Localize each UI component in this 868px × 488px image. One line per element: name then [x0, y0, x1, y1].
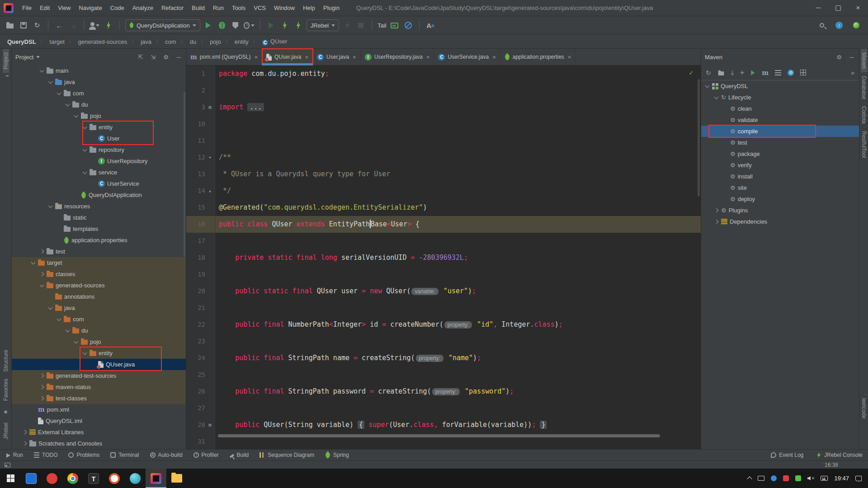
commit-icon[interactable]: [90, 20, 100, 31]
tree-chevron-icon[interactable]: [23, 430, 27, 435]
search-everywhere-icon[interactable]: [816, 20, 827, 31]
tree-chevron-icon[interactable]: [57, 316, 61, 321]
stripe-button-run[interactable]: Run: [5, 452, 23, 458]
tab-close-icon[interactable]: ×: [353, 54, 356, 61]
jrebel-run-icon[interactable]: [279, 20, 290, 31]
tree-item-userrepository[interactable]: IUserRepository: [12, 155, 186, 167]
maven-download-icon[interactable]: ⤓: [731, 69, 734, 76]
taskbar-app-teal-icon[interactable]: [125, 469, 146, 488]
breadcrumb-item[interactable]: entity: [234, 38, 250, 45]
editor-horizontal-scrollbar[interactable]: [218, 434, 660, 437]
maven-chevron-icon[interactable]: [705, 83, 710, 88]
menu-file[interactable]: File: [18, 0, 36, 16]
maven-item-deploy[interactable]: ⚙deploy: [701, 193, 859, 205]
jrebel-enable-icon[interactable]: [103, 20, 114, 31]
sidebar-tab-project[interactable]: Project: [3, 49, 9, 73]
jrebel-select[interactable]: JRebel: [307, 19, 339, 31]
sidebar-tab-favorites[interactable]: Favorites: [3, 375, 9, 404]
block-icon[interactable]: [403, 20, 414, 31]
code-editor[interactable]: 1package com.du.pojo.entity;23⊞import ..…: [186, 66, 701, 449]
stripe-button-build[interactable]: Build: [230, 452, 249, 458]
tree-item-querydsl-iml[interactable]: QueryDSL.iml: [12, 415, 186, 427]
tree-item-target[interactable]: target: [12, 257, 186, 268]
breadcrumb-item[interactable]: generated-sources: [77, 38, 128, 45]
tray-red-app-icon[interactable]: [783, 475, 789, 481]
sidebar-tab-maven[interactable]: Maven: [861, 49, 867, 72]
tab-close-icon[interactable]: ×: [426, 54, 430, 61]
tab-close-icon[interactable]: ×: [305, 54, 308, 61]
attach-disabled-icon[interactable]: [342, 20, 353, 31]
editor-vertical-scrollbar[interactable]: [698, 79, 700, 197]
expand-all-icon[interactable]: ⇱: [137, 53, 144, 61]
taskbar-app-idea-icon[interactable]: [146, 469, 166, 488]
tree-item-static[interactable]: static: [12, 212, 186, 223]
open-icon[interactable]: [5, 20, 15, 31]
tree-item-annotations[interactable]: annotations: [12, 291, 186, 302]
tree-item-com[interactable]: com: [12, 88, 186, 99]
sidebar-tab-database[interactable]: Database: [861, 72, 867, 103]
tree-item-entity[interactable]: entity: [12, 347, 186, 359]
tree-chevron-icon[interactable]: [83, 169, 87, 174]
maven-item-validate[interactable]: ⚙validate: [701, 114, 859, 126]
run-configuration-select[interactable]: QueryDslApplication: [125, 19, 200, 31]
stripe-button-todo[interactable]: TODO: [34, 452, 57, 458]
tree-chevron-icon[interactable]: [57, 90, 61, 95]
tray-volume-muted-icon[interactable]: ×: [807, 476, 815, 481]
save-all-icon[interactable]: [18, 20, 29, 31]
tree-item-templates[interactable]: templates: [12, 223, 186, 235]
stripe-button-event-log[interactable]: Event Log: [771, 452, 803, 458]
tree-item-main[interactable]: main: [12, 65, 186, 76]
maven-item-plugins[interactable]: ⚙Plugins: [701, 205, 859, 216]
taskbar-app-explorer-icon[interactable]: [166, 469, 187, 488]
tree-item-entity[interactable]: entity: [12, 122, 186, 133]
editor-tab-pom-xml-querydsl-[interactable]: mpom.xml (QueryDSL)×: [186, 49, 262, 65]
maven-add-icon[interactable]: +: [740, 69, 744, 77]
menu-plugin[interactable]: Plugin: [319, 0, 344, 16]
close-button[interactable]: ×: [848, 0, 868, 16]
maven-item-verify[interactable]: ⚙verify: [701, 160, 859, 171]
tree-item-classes[interactable]: classes: [12, 268, 186, 280]
tree-item-com[interactable]: com: [12, 314, 186, 325]
tree-item-pom-xml[interactable]: mpom.xml: [12, 404, 186, 415]
maven-dependencies-icon[interactable]: [800, 70, 806, 75]
maven-run-icon[interactable]: [750, 70, 755, 76]
stripe-button-auto-build[interactable]: AAuto-build: [150, 452, 183, 458]
tree-chevron-icon[interactable]: [66, 102, 70, 106]
tab-close-icon[interactable]: ×: [568, 54, 571, 61]
editor-tab-user-java[interactable]: CUser.java×: [313, 49, 361, 65]
start-button[interactable]: [0, 469, 21, 488]
menu-build[interactable]: Build: [188, 0, 209, 16]
hide-panel-icon[interactable]: ─: [175, 53, 182, 61]
toolwindow-switcher-icon[interactable]: [5, 463, 10, 467]
sidebar-tab-restfultool[interactable]: RestfulTool: [861, 127, 867, 161]
tree-chevron-icon[interactable]: [48, 79, 53, 84]
tree-item-java[interactable]: java: [12, 76, 186, 88]
maven-hide-icon[interactable]: ─: [848, 53, 855, 61]
breadcrumb-item[interactable]: du: [189, 38, 197, 45]
tree-chevron-icon[interactable]: [31, 260, 36, 264]
tree-item-java[interactable]: java: [12, 302, 186, 314]
tree-chevron-icon[interactable]: [40, 272, 44, 277]
sync-icon[interactable]: ↻: [32, 20, 42, 31]
tree-item-pojo[interactable]: pojo: [12, 110, 186, 122]
tree-item-user[interactable]: CUser: [12, 133, 186, 144]
tree-chevron-icon[interactable]: [48, 305, 53, 310]
sidebar-tab-jrebel[interactable]: JRebel: [3, 419, 9, 443]
tree-chevron-icon[interactable]: [83, 147, 87, 151]
tree-chevron-icon[interactable]: [40, 396, 44, 401]
sidebar-tab-structure[interactable]: Structure: [3, 346, 9, 375]
stop-icon[interactable]: [355, 20, 366, 31]
maven-chevron-icon[interactable]: [714, 94, 719, 99]
back-icon[interactable]: ←: [54, 20, 65, 31]
minimize-button[interactable]: ─: [808, 0, 828, 16]
tree-chevron-icon[interactable]: [83, 350, 87, 355]
maven-profiles-icon[interactable]: [775, 70, 781, 75]
tree-item-test[interactable]: test: [12, 246, 186, 257]
maven-item-clean[interactable]: ⚙clean: [701, 103, 859, 114]
coverage-icon[interactable]: [230, 20, 241, 31]
tree-item-application-properties[interactable]: application.properties: [12, 235, 186, 246]
maven-item-querydsl[interactable]: QueryDSL: [701, 80, 859, 92]
tree-item-du[interactable]: du: [12, 325, 186, 336]
tree-item-scratches-and-consoles[interactable]: Scratches and Consoles: [12, 438, 186, 449]
taskbar-app-music-icon[interactable]: [42, 469, 62, 488]
